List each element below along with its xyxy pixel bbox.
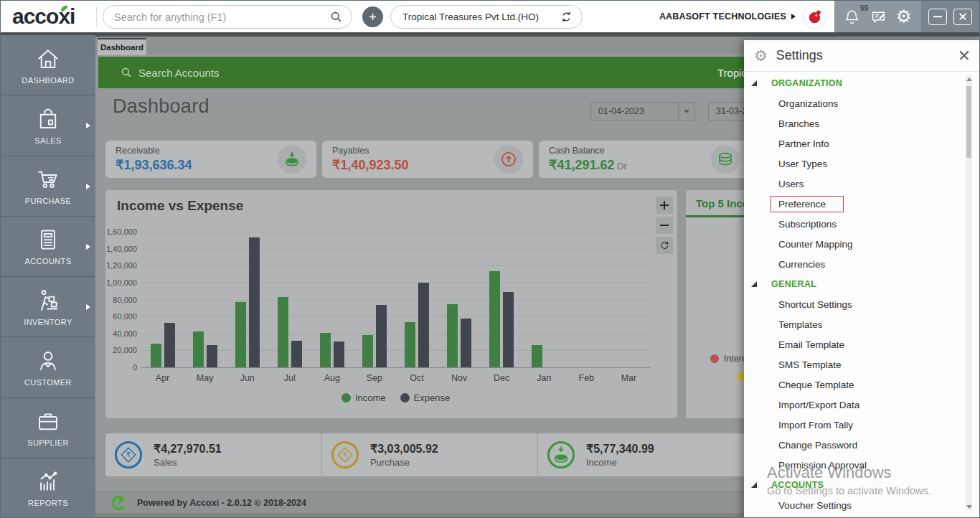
- settings-item-label: Partner Info: [778, 138, 829, 149]
- shopping-bag-icon: [35, 106, 61, 132]
- settings-button[interactable]: ⚙: [896, 8, 912, 25]
- settings-item-voucher-settings[interactable]: Voucher Settings: [744, 495, 971, 515]
- income-bar-sep: [362, 335, 373, 367]
- settings-scrollbar[interactable]: [966, 75, 972, 511]
- bell-icon: [844, 9, 860, 25]
- sidebar-item-reports[interactable]: REPORTS: [1, 458, 95, 518]
- x-axis-label: Jul: [268, 373, 311, 383]
- tree-expanded-icon: [751, 281, 757, 287]
- gridline: [141, 283, 650, 283]
- settings-item-change-password[interactable]: Change Password: [744, 435, 971, 455]
- settings-item-currencies[interactable]: Currencies: [744, 254, 971, 274]
- x-axis-label: Mar: [607, 373, 650, 383]
- accounts-search-input[interactable]: [138, 67, 339, 79]
- close-button[interactable]: [953, 9, 972, 25]
- chevron-right-icon: [86, 244, 90, 250]
- sidebar-item-accounts[interactable]: ACCOUNTS: [1, 217, 95, 277]
- settings-item-user-types[interactable]: User Types: [744, 154, 971, 174]
- settings-item-subscriptions[interactable]: Subscriptions: [744, 214, 971, 234]
- income-bar-nov: [447, 304, 458, 367]
- settings-section-label: ORGANIZATION: [771, 78, 842, 88]
- card-cash-balance: Cash Balance₹41,291.62 Dr: [539, 141, 750, 178]
- settings-item-partner-info[interactable]: Partner Info: [744, 133, 971, 154]
- legend-item-expense: Expense: [400, 392, 451, 403]
- income-bar-jan: [532, 345, 542, 367]
- settings-item-counter-mapping[interactable]: Counter Mapping: [744, 234, 971, 254]
- x-axis-label: Dec: [480, 373, 523, 383]
- coins-stack-icon: [711, 145, 740, 174]
- gridline: [141, 249, 650, 250]
- account-menu[interactable]: AABASOFT TECHNOLOGIES: [659, 1, 796, 32]
- settings-item-shortcut-settings[interactable]: Shortcut Settings: [744, 294, 971, 314]
- chart-zoom-out-button[interactable]: [656, 217, 673, 234]
- chevron-right-icon: [86, 304, 90, 310]
- chart-title: Income vs Expense: [117, 198, 243, 214]
- bar-chart-icon: [35, 468, 61, 494]
- settings-item-permission-approval[interactable]: Permission Approval: [744, 455, 971, 475]
- settings-item-label: Voucher Settings: [778, 500, 852, 511]
- gridline: [141, 232, 650, 232]
- chart-refresh-button[interactable]: [656, 237, 673, 254]
- feedback-button[interactable]: [870, 9, 887, 25]
- scroll-up-arrow-icon[interactable]: [966, 75, 972, 83]
- company-selector[interactable]: Tropical Treasures Pvt Ltd.(HO): [390, 5, 583, 29]
- sidebar-item-customer[interactable]: CUSTOMER: [1, 337, 95, 397]
- settings-section-accounts[interactable]: ACCOUNTS: [744, 475, 971, 495]
- divider: [96, 6, 97, 27]
- quick-add-button[interactable]: [362, 6, 383, 27]
- sidebar-item-sales[interactable]: SALES: [1, 95, 95, 156]
- scroll-down-arrow-icon[interactable]: [966, 502, 972, 511]
- settings-item-label: Change Password: [778, 440, 857, 451]
- sidebar-item-supplier[interactable]: SUPPLIER: [1, 398, 95, 458]
- sidebar-item-label: INVENTORY: [24, 318, 72, 326]
- settings-item-label: Branches: [778, 118, 819, 129]
- settings-section-general[interactable]: GENERAL: [744, 274, 971, 294]
- legend-label: Expense: [414, 392, 451, 403]
- notifications-button[interactable]: 99: [844, 9, 860, 25]
- settings-item-import-from-tally[interactable]: Import From Tally: [744, 415, 971, 435]
- settings-item-label: Preference: [771, 196, 844, 212]
- settings-item-templates[interactable]: Templates: [744, 314, 971, 334]
- global-search-input[interactable]: [114, 11, 329, 23]
- sidebar-item-purchase[interactable]: PURCHASE: [1, 156, 95, 217]
- search-icon[interactable]: [329, 10, 343, 24]
- settings-item-branches[interactable]: Branches: [744, 113, 971, 133]
- x-axis-label: May: [184, 373, 227, 383]
- scrollbar-thumb[interactable]: [966, 86, 971, 158]
- settings-item-cheque-template[interactable]: Cheque Template: [744, 375, 971, 395]
- icon-tray: 99 ⚙: [834, 1, 921, 32]
- settings-panel-header: ⚙ Settings: [744, 40, 980, 72]
- income-bar-aug: [320, 333, 331, 367]
- y-axis-tick-label: 1,40,000: [103, 245, 137, 253]
- x-axis-label: Nov: [438, 373, 481, 383]
- chart-legend: IncomeExpense: [141, 392, 650, 403]
- window-divider-strip: [1, 32, 980, 35]
- settings-item-label: Cheque Template: [778, 380, 854, 390]
- gridline: [141, 300, 650, 301]
- settings-item-sms-template[interactable]: SMS Template: [744, 354, 971, 375]
- chart-zoom-in-button[interactable]: [656, 197, 673, 214]
- notification-count-badge: 99: [860, 4, 869, 12]
- tab-dashboard[interactable]: Dashboard: [98, 38, 146, 55]
- date-from-dropdown-button[interactable]: [678, 103, 694, 120]
- settings-item-users[interactable]: Users: [744, 174, 971, 194]
- person-icon: [35, 348, 61, 374]
- red-blob-logo-icon: [806, 7, 824, 26]
- settings-item-preference[interactable]: Preference: [744, 194, 971, 214]
- sidebar-item-inventory[interactable]: INVENTORY: [1, 277, 95, 337]
- settings-item-organizations[interactable]: Organizations: [744, 93, 971, 113]
- settings-item-import-export-data[interactable]: Import/Export Data: [744, 395, 971, 415]
- organization-avatar[interactable]: [803, 4, 827, 29]
- y-axis-tick-label: 1,20,000: [103, 261, 137, 270]
- settings-section-organization[interactable]: ORGANIZATION: [744, 73, 971, 93]
- sidebar-item-dashboard[interactable]: DASHBOARD: [1, 35, 95, 95]
- home-icon: [35, 46, 61, 72]
- account-name: AABASOFT TECHNOLOGIES: [659, 11, 786, 22]
- settings-close-button[interactable]: [958, 49, 971, 62]
- switch-company-icon[interactable]: [560, 10, 573, 24]
- y-axis-tick-label: 1,00,000: [103, 278, 137, 287]
- settings-item-label: Import/Export Data: [778, 400, 859, 410]
- settings-item-email-template[interactable]: Email Template: [744, 334, 971, 354]
- minimize-button[interactable]: [928, 9, 947, 25]
- date-from-input[interactable]: 01-04-2023: [590, 102, 695, 121]
